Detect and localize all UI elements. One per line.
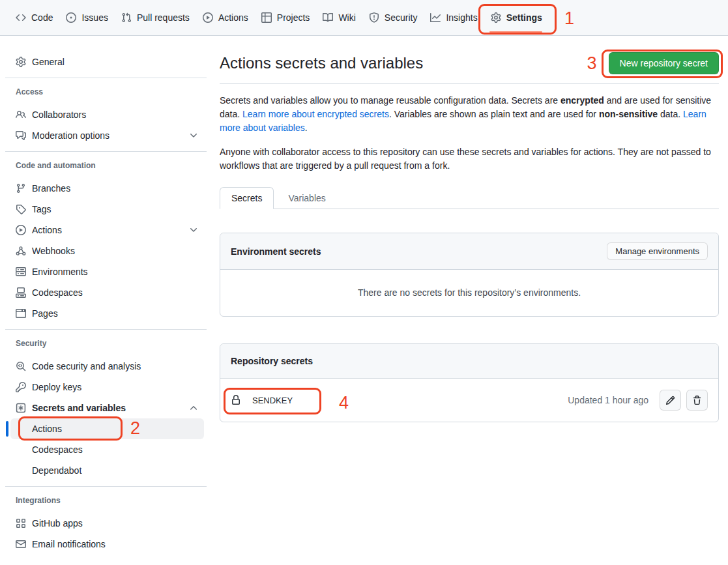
sidebar-divider bbox=[5, 329, 207, 330]
chevron-down-icon bbox=[188, 225, 199, 235]
sidebar-divider bbox=[5, 486, 207, 487]
git-branch-icon bbox=[16, 183, 26, 194]
sidebar-subitem-actions[interactable]: Actions 2 bbox=[10, 418, 204, 439]
tab-pull-requests[interactable]: Pull requests bbox=[115, 0, 196, 35]
tab-insights-label: Insights bbox=[446, 12, 477, 23]
people-icon bbox=[16, 109, 26, 120]
sidebar-item-email-notifications[interactable]: Email notifications bbox=[10, 534, 204, 555]
sidebar-item-general[interactable]: General bbox=[10, 51, 204, 72]
tab-code[interactable]: Code bbox=[9, 0, 59, 35]
tab-variables[interactable]: Variables bbox=[274, 188, 340, 209]
intro-text: . Variables are shown as plain text and … bbox=[389, 109, 599, 119]
sidebar-subitem-codespaces[interactable]: Codespaces bbox=[10, 439, 204, 460]
code-icon bbox=[16, 12, 26, 23]
secret-row: SENDKEY 4 Updated 1 hour ago bbox=[220, 379, 718, 422]
sidebar-item-tags[interactable]: Tags bbox=[10, 199, 204, 220]
page-title: Actions secrets and variables bbox=[220, 51, 423, 75]
secret-updated-text: Updated 1 hour ago bbox=[568, 395, 648, 405]
environment-secrets-title: Environment secrets bbox=[231, 246, 321, 257]
tab-code-label: Code bbox=[31, 12, 53, 23]
git-pull-request-icon bbox=[121, 12, 132, 23]
sidebar-item-label: General bbox=[32, 57, 65, 67]
sidebar-item-label: Webhooks bbox=[32, 246, 75, 256]
intro-text: . bbox=[305, 123, 308, 133]
sidebar-item-label: Actions bbox=[32, 424, 62, 434]
delete-secret-button[interactable] bbox=[686, 390, 708, 411]
sidebar-divider bbox=[5, 151, 207, 152]
tab-actions-label: Actions bbox=[218, 12, 248, 23]
tab-pull-requests-label: Pull requests bbox=[137, 12, 190, 23]
tab-wiki[interactable]: Wiki bbox=[316, 0, 362, 35]
webhook-icon bbox=[16, 246, 26, 256]
tab-security[interactable]: Security bbox=[362, 0, 424, 35]
comment-discussion-icon bbox=[16, 130, 26, 141]
codespaces-icon bbox=[16, 287, 26, 298]
sidebar-item-environments[interactable]: Environments bbox=[10, 261, 204, 282]
manage-environments-button[interactable]: Manage environments bbox=[607, 242, 708, 260]
settings-sidebar: General Access Collaborators Moderation … bbox=[0, 36, 220, 555]
sidebar-section-code-and-automation: Code and automation bbox=[10, 161, 204, 170]
tab-projects-label: Projects bbox=[277, 12, 310, 23]
key-icon bbox=[16, 382, 26, 392]
sidebar-item-label: Moderation options bbox=[32, 130, 109, 141]
main-content: Actions secrets and variables New reposi… bbox=[220, 36, 728, 422]
tab-security-label: Security bbox=[385, 12, 418, 23]
link-learn-more-encrypted-secrets[interactable]: Learn more about encrypted secrets bbox=[242, 109, 389, 119]
tag-icon bbox=[16, 204, 26, 214]
tab-actions[interactable]: Actions bbox=[196, 0, 255, 35]
pencil-icon bbox=[665, 396, 675, 405]
mail-icon bbox=[16, 539, 26, 549]
sidebar-item-webhooks[interactable]: Webhooks bbox=[10, 240, 204, 261]
sidebar-item-label: Environments bbox=[32, 267, 88, 277]
sidebar-item-branches[interactable]: Branches bbox=[10, 178, 204, 199]
sidebar-item-code-security[interactable]: Code security and analysis bbox=[10, 356, 204, 377]
sidebar-item-label: Dependabot bbox=[32, 465, 81, 476]
issue-opened-icon bbox=[66, 12, 76, 23]
sidebar-item-label: Branches bbox=[32, 183, 70, 194]
sidebar-item-actions[interactable]: Actions bbox=[10, 220, 204, 240]
tab-secrets[interactable]: Secrets bbox=[220, 187, 274, 209]
sidebar-item-deploy-keys[interactable]: Deploy keys bbox=[10, 377, 204, 398]
collaborator-access-paragraph: Anyone with collaborator access to this … bbox=[220, 145, 719, 173]
repo-tab-nav: Code Issues Pull requests Actions Projec… bbox=[0, 0, 728, 36]
sidebar-item-label: Pages bbox=[32, 308, 58, 319]
sidebar-item-collaborators[interactable]: Collaborators bbox=[10, 104, 204, 125]
key-asterisk-icon bbox=[16, 403, 26, 413]
book-icon bbox=[323, 12, 333, 23]
secret-name: SENDKEY bbox=[252, 396, 293, 405]
sidebar-divider bbox=[5, 78, 207, 78]
shield-icon bbox=[369, 12, 379, 23]
sidebar-item-github-apps[interactable]: GitHub apps bbox=[10, 513, 204, 534]
secret-name-group: SENDKEY 4 bbox=[231, 395, 293, 405]
new-secret-button-wrap: New repository secret 3 bbox=[609, 52, 719, 74]
sidebar-item-moderation-options[interactable]: Moderation options bbox=[10, 125, 204, 146]
chevron-up-icon bbox=[188, 403, 199, 413]
sidebar-item-codespaces[interactable]: Codespaces bbox=[10, 282, 204, 303]
tab-wiki-label: Wiki bbox=[338, 12, 355, 23]
trash-icon bbox=[692, 396, 702, 405]
intro-bold-encrypted: encrypted bbox=[561, 95, 604, 106]
annotation-number-1: 1 bbox=[564, 10, 574, 27]
new-repository-secret-button[interactable]: New repository secret bbox=[609, 52, 719, 74]
sidebar-subitem-dependabot[interactable]: Dependabot bbox=[10, 460, 204, 481]
browser-icon bbox=[16, 308, 26, 319]
sidebar-item-label: GitHub apps bbox=[32, 518, 83, 529]
annotation-number-4: 4 bbox=[339, 394, 349, 412]
lock-icon bbox=[231, 395, 241, 405]
sidebar-item-label: Codespaces bbox=[32, 444, 83, 455]
repository-secrets-title: Repository secrets bbox=[231, 356, 313, 366]
sidebar-item-secrets-and-variables[interactable]: Secrets and variables bbox=[10, 398, 204, 418]
tab-issues[interactable]: Issues bbox=[59, 0, 114, 35]
sidebar-item-label: Email notifications bbox=[32, 539, 106, 549]
sidebar-item-label: Codespaces bbox=[32, 287, 83, 298]
tab-insights[interactable]: Insights bbox=[424, 0, 484, 35]
edit-secret-button[interactable] bbox=[660, 390, 681, 411]
tab-projects[interactable]: Projects bbox=[255, 0, 317, 35]
graph-icon bbox=[430, 12, 441, 23]
sidebar-section-access: Access bbox=[10, 87, 204, 96]
tab-issues-label: Issues bbox=[81, 12, 108, 23]
table-icon bbox=[261, 12, 272, 23]
sidebar-item-pages[interactable]: Pages bbox=[10, 303, 204, 324]
sidebar-item-label: Collaborators bbox=[32, 109, 86, 120]
tab-settings[interactable]: Settings 1 bbox=[484, 0, 549, 35]
